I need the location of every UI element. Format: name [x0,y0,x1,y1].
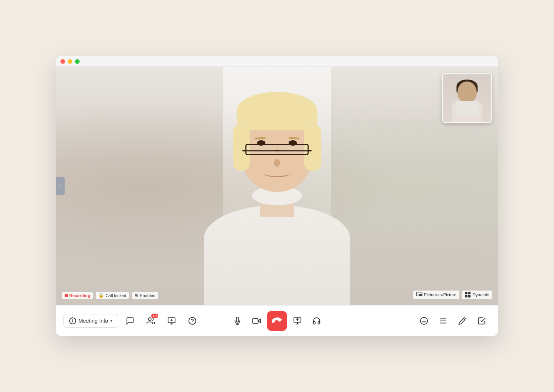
chat-icon [126,317,134,325]
vi-icon: Vi [135,293,138,297]
chevron-down-icon: ▾ [110,319,112,323]
share-icon [293,317,302,325]
more-button[interactable] [434,312,452,330]
vi-label: Enabled [140,293,155,298]
video-container: Recording 🔒 Call locked Vi Enabled Pictu… [56,67,498,305]
svg-line-28 [465,317,466,319]
add-call-button[interactable] [163,312,180,330]
help-button[interactable] [184,312,201,330]
chat-button[interactable] [121,312,139,330]
add-call-icon [167,317,176,325]
help-icon [188,317,197,325]
dynamic-label: Dynamic [472,292,489,297]
headset-button[interactable] [308,312,325,330]
grid-icon [465,292,471,298]
lock-icon: 🔒 [98,293,104,298]
minimize-button[interactable] [68,59,72,64]
title-bar [56,56,498,67]
view-controls: Picture-in-Picture Dynamic [413,291,492,299]
status-bar: Recording 🔒 Call locked Vi Enabled [62,292,158,299]
call-locked-label: Call locked [105,293,126,298]
annotate-button[interactable] [454,312,471,330]
more-icon [439,317,447,325]
video-icon [252,317,261,325]
dynamic-view-button[interactable]: Dynamic [462,291,492,299]
mute-button[interactable] [229,312,246,330]
svg-rect-2 [465,292,467,294]
pip-thumbnail[interactable] [442,73,492,123]
sidebar-toggle-icon: ‹ [59,183,61,189]
headset-icon [312,317,321,325]
checklist-button[interactable] [473,312,491,330]
svg-rect-17 [253,318,258,323]
meeting-info-label: Meeting Info [78,318,108,324]
meeting-info-button[interactable]: i Meeting Info ▾ [63,314,118,328]
svg-point-6 [149,317,151,320]
svg-marker-16 [258,319,260,322]
record-icon [65,294,68,297]
maximize-button[interactable] [75,59,80,64]
vi-badge: Vi Enabled [132,292,158,299]
toolbar: i Meeting Info ▾ 19 [56,305,498,336]
toolbar-center [229,311,325,331]
svg-rect-3 [468,292,471,294]
svg-rect-1 [419,294,422,296]
svg-rect-4 [465,295,467,297]
svg-point-22 [421,317,427,324]
recording-label: Recording [69,293,90,298]
video-button[interactable] [248,312,265,330]
checklist-icon [477,317,486,325]
call-locked-badge: 🔒 Call locked [96,292,129,299]
svg-rect-5 [468,295,471,297]
sidebar-toggle-button[interactable]: ‹ [56,177,65,195]
annotate-icon [458,317,467,325]
pip-label: Picture-in-Picture [424,292,456,297]
close-button[interactable] [60,59,65,64]
phone-end-icon [272,316,282,326]
emoji-icon [420,317,428,325]
pip-icon [416,292,422,298]
end-call-button[interactable] [267,311,287,331]
main-video [56,67,498,305]
pip-head [457,81,477,103]
participants-button[interactable]: 19 [142,312,160,330]
recording-badge: Recording [62,292,93,299]
toolbar-left: i Meeting Info ▾ 19 [63,312,201,330]
share-screen-button[interactable] [289,312,306,330]
app-window: Recording 🔒 Call locked Vi Enabled Pictu… [56,56,498,336]
participants-badge: 19 [151,314,158,318]
pip-view-button[interactable]: Picture-in-Picture [413,291,459,299]
pip-video [443,74,491,122]
mic-icon [233,317,242,325]
toolbar-right [415,312,491,330]
emoji-button[interactable] [415,312,433,330]
info-icon: i [69,317,76,324]
